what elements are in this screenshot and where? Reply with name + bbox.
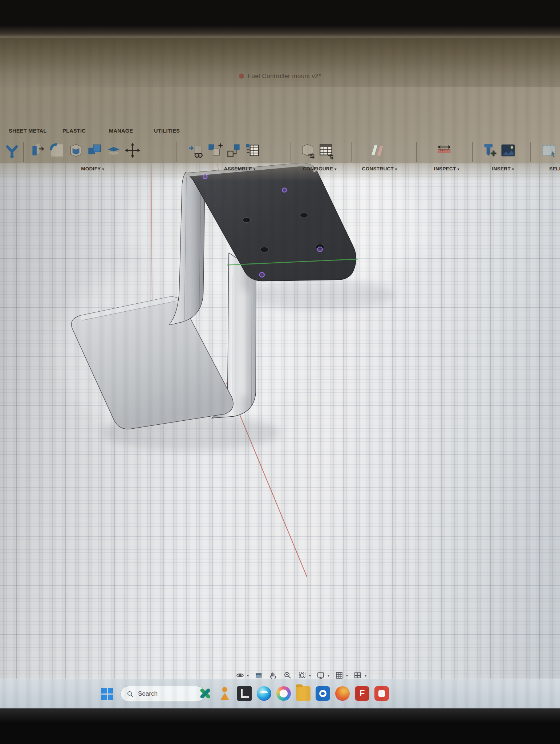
fusion360-window: Fuel Controller mount v2* SHEET METAL PL… [0,38,560,708]
insert-fastener-icon[interactable] [480,141,498,160]
selection-dot[interactable] [260,272,264,277]
tab-manage[interactable]: MANAGE [109,128,133,134]
ribbon-divider [176,142,177,162]
configuration-icon[interactable] [299,141,317,160]
taskbar-search[interactable]: Search [121,686,205,702]
shell-icon[interactable] [67,141,85,160]
red-f-icon[interactable] [355,686,369,701]
insert-derive-icon[interactable] [187,141,205,160]
new-component-icon[interactable] [206,141,224,160]
grid-snaps-dropdown-arrow[interactable]: ▾ [346,674,348,678]
person-orange-icon[interactable] [218,686,232,701]
taskbar-apps [198,686,389,701]
joint-icon[interactable] [225,141,243,160]
flange-hole[interactable] [300,213,308,218]
display-settings-dropdown-arrow[interactable]: ▾ [328,674,329,678]
windows-taskbar: Search [0,679,560,708]
model-viewport[interactable] [0,163,560,708]
search-icon [127,691,134,698]
selection-dot[interactable] [203,175,207,179]
assemble-group-label[interactable]: ASSEMBLE ▾ [211,166,269,171]
insert-group-label[interactable]: INSERT ▾ [474,166,532,171]
photo-of-monitor: Fuel Controller mount v2* SHEET METAL PL… [0,0,560,744]
selection-dot[interactable] [318,247,322,252]
windows-start-button[interactable] [101,688,113,700]
ribbon-divider [530,142,531,162]
outlook-blue-icon[interactable] [316,686,330,701]
orbit-dropdown-arrow[interactable]: ▾ [247,674,249,678]
firefox-orange-icon[interactable] [335,686,350,701]
flange-hole[interactable] [243,218,250,223]
terminal-dark-icon[interactable] [237,686,252,701]
document-title: Fuel Controller mount v2* [0,73,560,80]
monitor-bezel-top [0,0,560,38]
monitor-bezel-bottom [0,708,560,744]
red-dot-icon[interactable] [374,686,389,701]
press-pull-icon[interactable] [29,141,47,160]
model-canvas[interactable] [0,163,560,708]
flange-hole[interactable] [260,247,268,252]
tab-utilities[interactable]: UTILITIES [154,128,180,134]
measure-icon[interactable] [435,141,453,160]
model-shadow [241,280,395,310]
select-group-label[interactable]: SELECT [536,166,560,171]
combine-icon[interactable] [86,141,104,160]
inspect-group-label[interactable]: INSPECT ▾ [418,166,476,171]
insert-canvas-icon[interactable] [499,141,517,160]
bracket-right-strap-highlight [239,289,248,397]
ribbon-divider [23,142,24,162]
search-label: Search [138,690,158,698]
copilot-icon[interactable] [276,686,291,701]
construction-plane-icon[interactable] [368,141,386,160]
fillet-icon[interactable] [48,141,66,160]
configuration-table-icon[interactable] [317,141,336,160]
ribbon-divider [472,142,473,162]
ribbon-toolbar: SHEET METAL PLASTIC MANAGE UTILITIES [0,87,560,163]
hexagon-version-icon [239,73,244,79]
split-body-icon[interactable] [105,141,123,160]
selection-dot[interactable] [283,188,287,192]
configure-group-label[interactable]: CONFIGURE ▾ [291,166,349,171]
viewports-dropdown-arrow[interactable]: ▾ [365,674,366,678]
bom-icon[interactable] [244,141,262,160]
folder-yellow-icon[interactable] [296,686,311,701]
move-icon[interactable] [123,141,142,160]
titlebar: Fuel Controller mount v2* [0,38,560,87]
fit-dropdown-arrow[interactable]: ▾ [309,674,311,678]
ribbon-divider [291,142,291,162]
construct-group-label[interactable]: CONSTRUCT ▾ [349,166,410,171]
tab-sheet-metal[interactable]: SHEET METAL [9,128,47,134]
selection-box-icon[interactable] [540,141,559,160]
snip-green-icon[interactable] [198,686,212,701]
modify-group-label[interactable]: MODIFY ▾ [64,166,122,171]
create-form-icon[interactable] [3,141,21,160]
edge-icon[interactable] [257,686,271,701]
tab-plastic[interactable]: PLASTIC [62,128,86,134]
ribbon-divider [416,142,417,162]
ribbon-divider [351,142,352,162]
